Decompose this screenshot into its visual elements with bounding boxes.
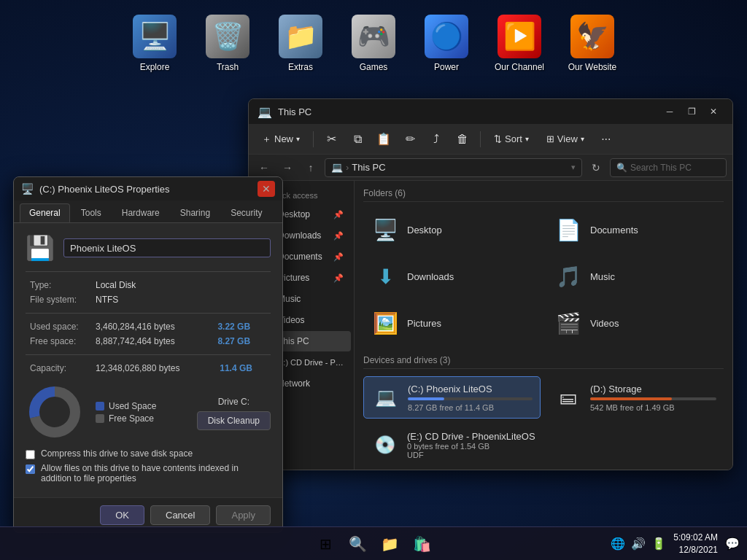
prop-row-free: Free space: 8,887,742,464 bytes 8.27 GB <box>26 334 271 349</box>
documents-folder-icon: 📄 <box>554 215 583 244</box>
desktop-icon-explore[interactable]: 🖥️ Explore <box>129 15 180 72</box>
notifications-icon[interactable]: 💬 <box>725 537 740 551</box>
desktop-icon-website[interactable]: 🦅 Our Website <box>567 15 618 72</box>
extras-icon: 📁 <box>279 15 322 58</box>
cancel-button[interactable]: Cancel <box>150 505 210 525</box>
up-button[interactable]: ↑ <box>301 158 320 177</box>
minimize-button[interactable]: ─ <box>659 102 680 121</box>
free-space-text: Free Space <box>109 413 154 424</box>
cut-button[interactable]: ✂ <box>320 128 343 151</box>
folder-desktop[interactable]: 🖥️ Desktop <box>363 209 541 250</box>
drive-e-info: (E:) CD Drive - PhoenixLiteOS 0 bytes fr… <box>407 431 716 459</box>
power-icon: 🔵 <box>425 15 468 58</box>
pin-icon-desktop: 📌 <box>333 210 344 219</box>
network-tray-icon[interactable]: 🌐 <box>611 537 625 551</box>
folder-documents[interactable]: 📄 Documents <box>546 209 724 250</box>
address-breadcrumb[interactable]: 💻 › This PC ▾ <box>325 158 582 177</box>
new-chevron-icon: ▾ <box>296 135 300 143</box>
explore-label: Explore <box>140 62 170 72</box>
channel-label: Our Channel <box>495 62 544 72</box>
prop-space-table: Used space: 3,460,284,416 bytes 3.22 GB … <box>26 319 271 349</box>
drive-e[interactable]: 💿 (E:) CD Drive - PhoenixLiteOS 0 bytes … <box>363 424 724 465</box>
volume-tray-icon[interactable]: 🔊 <box>631 537 646 551</box>
downloads-folder-label: Downloads <box>407 271 454 282</box>
delete-button[interactable]: 🗑 <box>451 128 474 151</box>
new-button[interactable]: ＋ New ▾ <box>255 129 307 149</box>
breadcrumb-dropdown-icon[interactable]: ▾ <box>571 163 576 172</box>
dialog-checkboxes: Compress this drive to save disk space A… <box>26 448 271 483</box>
disk-cleanup-button[interactable]: Disk Cleanup <box>197 411 271 430</box>
compress-checkbox[interactable] <box>26 450 35 459</box>
website-label: Our Website <box>568 62 616 72</box>
breadcrumb-separator: › <box>346 162 349 173</box>
trash-label: Trash <box>217 62 239 72</box>
disk-chart-row: Used Space Free Space Drive C: Disk Clea… <box>26 383 271 441</box>
cap-bytes: 12,348,026,880 bytes <box>91 361 215 376</box>
folders-header: Folders (6) <box>363 188 724 202</box>
folder-downloads[interactable]: ⬇ Downloads <box>363 256 541 297</box>
used-label: Used space: <box>26 319 91 334</box>
sort-button[interactable]: ⇅ Sort ▾ <box>487 130 536 148</box>
drive-name-input[interactable] <box>63 238 271 257</box>
desktop-icon-power[interactable]: 🔵 Power <box>421 15 472 72</box>
desktop-icon-extras[interactable]: 📁 Extras <box>275 15 326 72</box>
used-space-legend: Used Space <box>96 401 185 411</box>
disk-label-area: Used Space Free Space <box>96 399 185 426</box>
sidebar-downloads-label: Downloads <box>278 230 321 241</box>
drives-header: Devices and drives (3) <box>363 355 724 369</box>
more-button[interactable]: ··· <box>595 128 618 151</box>
tab-security[interactable]: Security <box>221 203 271 222</box>
paste-button[interactable]: 📋 <box>372 128 395 151</box>
prop-table: Type: Local Disk File system: NTFS <box>26 278 271 307</box>
close-button[interactable]: ✕ <box>703 102 724 121</box>
battery-tray-icon[interactable]: 🔋 <box>651 537 666 551</box>
rename-button[interactable]: ✏ <box>398 128 422 151</box>
dialog-close-button[interactable]: ✕ <box>258 181 275 197</box>
view-button[interactable]: ⊞ View ▾ <box>539 130 592 148</box>
maximize-button[interactable]: ❐ <box>681 102 702 121</box>
view-chevron-icon: ▾ <box>581 135 584 143</box>
tab-sharing[interactable]: Sharing <box>171 203 220 222</box>
dialog-tabs: General Tools Hardware Sharing Security … <box>14 201 282 223</box>
dialog-body: 💾 Type: Local Disk File system: NTFS Use… <box>14 223 282 497</box>
prop-divider-3 <box>26 354 271 355</box>
folder-pictures[interactable]: 🖼️ Pictures <box>363 303 541 343</box>
tab-general[interactable]: General <box>20 203 70 222</box>
refresh-button[interactable]: ↻ <box>587 158 605 177</box>
share-button[interactable]: ⤴ <box>425 128 448 151</box>
breadcrumb-path: This PC <box>352 162 385 173</box>
videos-folder-label: Videos <box>590 318 619 329</box>
dialog-titlebar: 🖥️ (C:) Phoenix LiteOS Properties ✕ <box>14 177 282 201</box>
drive-c-info: (C:) Phoenix LiteOS 8.27 GB free of 11.4… <box>408 384 533 412</box>
used-bytes: 3,460,284,416 bytes <box>91 319 213 334</box>
apply-button[interactable]: Apply <box>216 505 271 525</box>
files-button[interactable]: 📁 <box>376 531 403 557</box>
desktop-icon-trash[interactable]: 🗑️ Trash <box>202 15 253 72</box>
desktop-icon-channel[interactable]: ▶️ Our Channel <box>494 15 545 72</box>
folder-videos[interactable]: 🎬 Videos <box>546 303 724 343</box>
search-box[interactable]: 🔍 Search This PC <box>610 158 727 177</box>
explorer-window: 💻 This PC ─ ❐ ✕ ＋ New ▾ ✂ ⧉ 📋 ✏ ⤴ 🗑 ⇅ So… <box>248 98 733 470</box>
search-button[interactable]: 🔍 <box>344 531 371 557</box>
forward-button[interactable]: → <box>278 158 297 177</box>
index-checkbox[interactable] <box>26 464 35 474</box>
start-button[interactable]: ⊞ <box>312 531 338 557</box>
taskbar-clock[interactable]: 5:09:02 AM 12/8/2021 <box>673 532 718 556</box>
tab-hardware[interactable]: Hardware <box>112 203 169 222</box>
folder-music[interactable]: 🎵 Music <box>546 256 724 297</box>
prop-name-row: 💾 <box>26 233 271 262</box>
tab-quota[interactable]: Quota <box>273 203 283 222</box>
desktop-icon-games[interactable]: 🎮 Games <box>348 15 399 72</box>
store-button[interactable]: 🛍️ <box>409 531 435 557</box>
drive-c[interactable]: 💻 (C:) Phoenix LiteOS 8.27 GB free of 11… <box>363 376 541 419</box>
prop-row-type: Type: Local Disk <box>26 278 271 292</box>
channel-icon: ▶️ <box>498 15 541 58</box>
tab-tools[interactable]: Tools <box>71 203 111 222</box>
back-button[interactable]: ← <box>255 158 274 177</box>
copy-button[interactable]: ⧉ <box>346 128 369 151</box>
folders-grid: 🖥️ Desktop 📄 Documents ⬇ Downloads 🎵 Mus… <box>363 209 724 343</box>
drive-d[interactable]: 🖴 (D:) Storage 542 MB free of 1.49 GB <box>546 376 724 419</box>
ok-button[interactable]: OK <box>100 505 144 525</box>
taskbar-files-icon: 📁 <box>381 535 399 553</box>
taskbar-right: 🌐 🔊 🔋 5:09:02 AM 12/8/2021 💬 <box>611 532 740 556</box>
